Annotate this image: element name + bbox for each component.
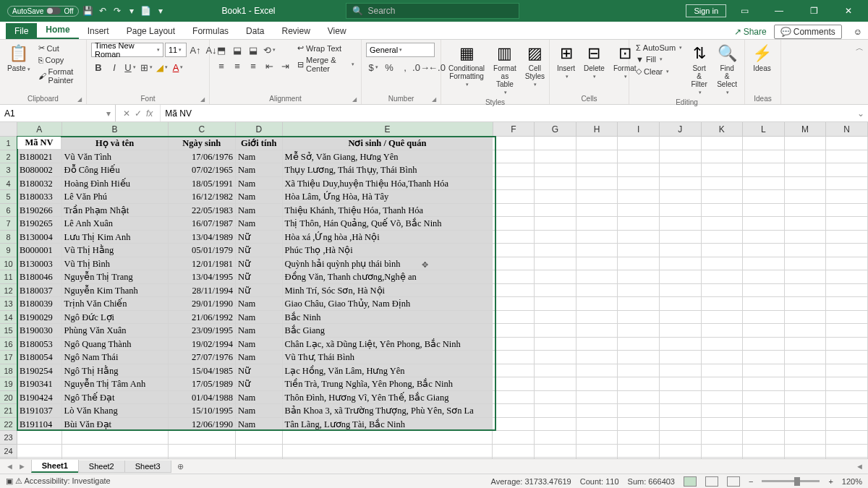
cell[interactable] [493,311,535,325]
cell[interactable] [576,324,618,338]
cell[interactable] [702,270,744,284]
cell[interactable] [493,297,535,311]
cell[interactable]: Nam [236,217,283,231]
cell[interactable] [576,190,618,204]
cell[interactable] [236,431,283,445]
cell[interactable]: Quỳnh hải quỳnh phụ thái bình [283,257,493,271]
cell[interactable] [785,244,827,257]
cell[interactable] [743,351,785,364]
cell[interactable]: B190265 [17,217,62,231]
cell[interactable] [743,404,785,418]
cell[interactable] [576,244,618,257]
cell[interactable]: Bản Khoa 3, xã Trường Thượng, Phù Yên, S… [283,404,493,418]
cell[interactable]: Nam [236,311,283,325]
cell[interactable]: 07/02/1965 [169,163,236,177]
cell[interactable] [660,351,702,364]
wrap-text-button[interactable]: ↩Wrap Text [295,43,357,53]
search-box[interactable]: 🔍 Search [346,3,519,19]
row-header[interactable]: 7 [0,217,17,231]
cell[interactable] [618,150,660,164]
row-header[interactable]: 18 [0,364,17,378]
launcher-icon[interactable]: ◢ [352,96,357,103]
format-painter-button[interactable]: 🖌Format Painter [36,67,82,85]
row-header[interactable]: 16 [0,338,17,351]
cell[interactable] [576,311,618,325]
smiley-icon[interactable]: ☺ [854,27,862,37]
cell[interactable] [493,190,535,204]
cell[interactable] [660,204,702,218]
cell[interactable]: Lò Văn Khang [62,404,169,418]
cell[interactable]: Hòa xá ,Ứng hòa ,Hà Nội [283,231,493,244]
cell[interactable]: 16/12/1982 [169,190,236,204]
cell[interactable] [493,257,535,271]
cell[interactable]: 13/04/1989 [169,231,236,244]
cut-button[interactable]: ✂Cut [36,43,82,53]
cell[interactable] [62,431,169,445]
cell[interactable] [702,244,744,257]
cell[interactable] [535,177,576,191]
cell[interactable] [660,270,702,284]
cell[interactable] [660,150,702,164]
cell[interactable] [826,137,868,150]
cell[interactable] [785,418,827,432]
row-header[interactable]: 17 [0,351,17,364]
align-middle-icon[interactable]: ⬓ [230,43,244,57]
column-header[interactable]: H [576,122,618,136]
font-name-select[interactable]: Times New Roman [91,43,163,57]
cell[interactable] [660,137,702,150]
cell[interactable]: B190030 [17,324,62,338]
underline-button[interactable]: U [123,60,137,74]
cell[interactable] [618,244,660,257]
sheet-tab-1[interactable]: Sheet1 [31,460,79,473]
cell[interactable] [826,284,868,298]
font-size-select[interactable]: 11 [165,43,187,57]
align-center-icon[interactable]: ≡ [230,59,244,73]
cell[interactable] [826,177,868,191]
indent-left-icon[interactable]: ⇤ [262,59,276,73]
cell[interactable]: 17/05/1989 [169,377,236,391]
cell[interactable] [826,244,868,257]
cell[interactable] [576,404,618,418]
cell[interactable] [785,217,827,231]
cell[interactable] [618,445,660,458]
cell[interactable] [576,137,618,150]
cell[interactable]: Bùi Văn Đạt [62,418,169,432]
cell[interactable] [743,137,785,150]
cell[interactable] [576,418,618,432]
tab-insert[interactable]: Insert [79,23,118,39]
cell[interactable]: B190341 [17,377,62,391]
cell[interactable] [535,204,576,218]
cell[interactable] [702,418,744,432]
cell[interactable] [535,351,576,364]
cell[interactable]: 29/01/1990 [169,297,236,311]
tab-view[interactable]: View [319,23,355,39]
cell[interactable]: Ngô Đức Lợi [62,311,169,325]
cell[interactable] [493,377,535,391]
cell[interactable]: B180032 [17,177,62,191]
cell[interactable] [535,391,576,405]
cell[interactable]: Thị Thôn, Hán Quảng, Quế Võ, Bắc Ninh [283,217,493,231]
cell[interactable] [535,297,576,311]
cell[interactable]: B080002 [17,163,62,177]
cell[interactable]: Lưu Thị Kim Anh [62,231,169,244]
cell[interactable]: 17/06/1976 [169,150,236,164]
cell[interactable] [743,297,785,311]
zoom-slider[interactable] [762,480,820,482]
cell[interactable] [785,445,827,458]
cell[interactable] [493,445,535,458]
cell[interactable]: Nữ [236,284,283,298]
increase-font-icon[interactable]: A↑ [188,43,203,57]
accessibility-status[interactable]: ⚠ Accessibility: Investigate [15,476,111,486]
cell[interactable] [743,377,785,391]
cell[interactable] [785,284,827,298]
cell[interactable] [660,257,702,271]
cell[interactable] [660,311,702,325]
cell[interactable] [743,418,785,432]
cell[interactable]: 27/07/1976 [169,351,236,364]
cell[interactable] [702,217,744,231]
cell[interactable] [618,364,660,378]
cell[interactable] [785,391,827,405]
cell[interactable] [702,351,744,364]
cell[interactable] [493,364,535,378]
cell[interactable] [576,231,618,244]
